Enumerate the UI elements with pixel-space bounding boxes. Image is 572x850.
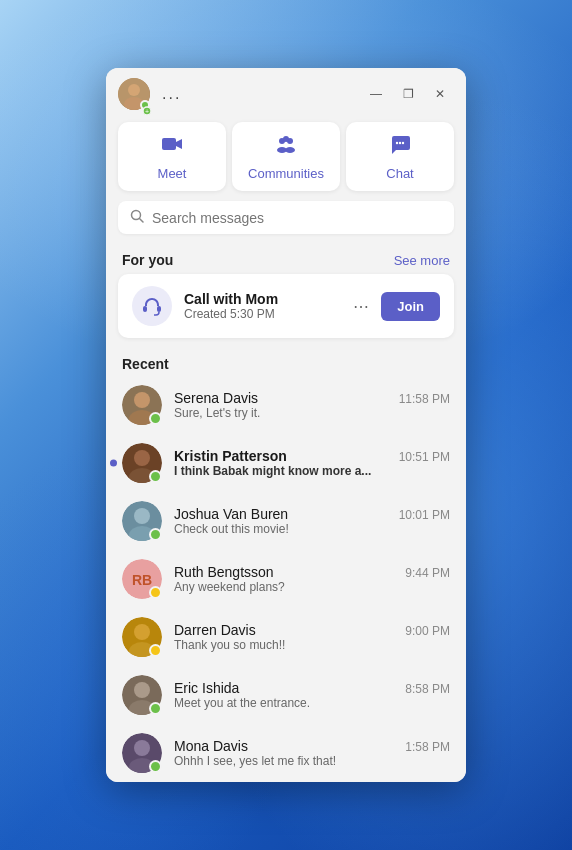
call-actions: ⋯ Join <box>349 292 440 321</box>
avatar-status-badge <box>149 760 162 773</box>
svg-point-36 <box>134 740 150 756</box>
tab-chat[interactable]: Chat <box>346 122 454 191</box>
chat-time: 9:44 PM <box>405 566 450 580</box>
tab-meet[interactable]: Meet <box>118 122 226 191</box>
chat-avatar <box>122 675 162 715</box>
chat-preview: Any weekend plans? <box>174 580 450 594</box>
tab-chat-label: Chat <box>386 166 413 181</box>
chat-preview: Check out this movie! <box>174 522 450 536</box>
title-bar-left: + ... <box>118 78 185 110</box>
chat-preview: Sure, Let's try it. <box>174 406 450 420</box>
chat-content: Mona Davis 1:58 PM Ohhh I see, yes let m… <box>174 738 450 768</box>
tab-meet-label: Meet <box>158 166 187 181</box>
chat-name: Mona Davis <box>174 738 248 754</box>
svg-point-25 <box>134 508 150 524</box>
svg-point-30 <box>134 624 150 640</box>
chat-item[interactable]: Kristin Patterson 10:51 PM I think Babak… <box>106 434 466 492</box>
search-bar <box>118 201 454 234</box>
svg-rect-17 <box>157 306 161 312</box>
join-button[interactable]: Join <box>381 292 440 321</box>
chat-time: 10:51 PM <box>399 450 450 464</box>
svg-text:+: + <box>145 108 149 115</box>
close-button[interactable]: ✕ <box>426 80 454 108</box>
chat-time: 1:58 PM <box>405 740 450 754</box>
call-card[interactable]: Call with Mom Created 5:30 PM ⋯ Join <box>118 274 454 338</box>
user-status-indicator: + <box>140 100 150 110</box>
svg-point-33 <box>134 682 150 698</box>
chat-name: Joshua Van Buren <box>174 506 288 522</box>
content-area: For you See more Call with Mom Created 5… <box>106 244 466 782</box>
chat-avatar: RB <box>122 559 162 599</box>
svg-point-1 <box>128 84 140 96</box>
chat-avatar <box>122 443 162 483</box>
tab-communities-label: Communities <box>248 166 324 181</box>
chat-preview: I think Babak might know more a... <box>174 464 450 478</box>
svg-point-12 <box>399 142 401 144</box>
chat-avatar <box>122 617 162 657</box>
svg-point-13 <box>402 142 404 144</box>
chat-preview: Meet you at the entrance. <box>174 696 450 710</box>
chat-icon <box>388 132 412 161</box>
avatar-status-badge <box>149 644 162 657</box>
chat-item[interactable]: Joshua Van Buren 10:01 PM Check out this… <box>106 492 466 550</box>
chat-time: 9:00 PM <box>405 624 450 638</box>
avatar-status-badge <box>149 528 162 541</box>
call-title: Call with Mom <box>184 291 337 307</box>
chat-item[interactable]: Eric Ishida 8:58 PM Meet you at the entr… <box>106 666 466 724</box>
chat-preview: Ohhh I see, yes let me fix that! <box>174 754 450 768</box>
minimize-button[interactable]: — <box>362 80 390 108</box>
chat-content: Darren Davis 9:00 PM Thank you so much!! <box>174 622 450 652</box>
svg-text:RB: RB <box>132 572 152 588</box>
chat-content: Serena Davis 11:58 PM Sure, Let's try it… <box>174 390 450 420</box>
maximize-button[interactable]: ❐ <box>394 80 422 108</box>
chat-item[interactable]: Darren Davis 9:00 PM Thank you so much!! <box>106 608 466 666</box>
avatar-status-badge <box>149 412 162 425</box>
title-bar: + ... — ❐ ✕ <box>106 68 466 118</box>
chat-list: Serena Davis 11:58 PM Sure, Let's try it… <box>106 376 466 782</box>
chat-name-row: Serena Davis 11:58 PM <box>174 390 450 406</box>
chat-name: Eric Ishida <box>174 680 239 696</box>
chat-item[interactable]: RB Ruth Bengtsson 9:44 PM Any weekend pl… <box>106 550 466 608</box>
chat-time: 11:58 PM <box>399 392 450 406</box>
chat-name-row: Mona Davis 1:58 PM <box>174 738 450 754</box>
call-more-button[interactable]: ⋯ <box>349 295 373 318</box>
chat-item[interactable]: Mona Davis 1:58 PM Ohhh I see, yes let m… <box>106 724 466 782</box>
for-you-title: For you <box>122 252 173 268</box>
svg-point-22 <box>134 450 150 466</box>
chat-time: 8:58 PM <box>405 682 450 696</box>
chat-content: Kristin Patterson 10:51 PM I think Babak… <box>174 448 450 478</box>
call-subtitle: Created 5:30 PM <box>184 307 337 321</box>
svg-rect-5 <box>162 138 176 150</box>
avatar-status-badge <box>149 702 162 715</box>
tab-communities[interactable]: Communities <box>232 122 340 191</box>
teams-window: + ... — ❐ ✕ Meet <box>106 68 466 782</box>
chat-name: Darren Davis <box>174 622 256 638</box>
chat-name-row: Ruth Bengtsson 9:44 PM <box>174 564 450 580</box>
svg-line-15 <box>140 219 144 223</box>
chat-content: Joshua Van Buren 10:01 PM Check out this… <box>174 506 450 536</box>
more-options-button[interactable]: ... <box>158 81 185 107</box>
communities-icon <box>274 132 298 161</box>
chat-avatar <box>122 385 162 425</box>
call-icon-wrap <box>132 286 172 326</box>
search-input[interactable] <box>152 210 442 226</box>
chat-name-row: Joshua Van Buren 10:01 PM <box>174 506 450 522</box>
chat-name-row: Eric Ishida 8:58 PM <box>174 680 450 696</box>
chat-preview: Thank you so much!! <box>174 638 450 652</box>
call-info: Call with Mom Created 5:30 PM <box>184 291 337 321</box>
chat-name: Kristin Patterson <box>174 448 287 464</box>
search-icon <box>130 209 144 226</box>
see-more-button[interactable]: See more <box>394 253 450 268</box>
chat-avatar <box>122 501 162 541</box>
chat-content: Eric Ishida 8:58 PM Meet you at the entr… <box>174 680 450 710</box>
chat-item[interactable]: Serena Davis 11:58 PM Sure, Let's try it… <box>106 376 466 434</box>
for-you-header: For you See more <box>106 244 466 274</box>
chat-content: Ruth Bengtsson 9:44 PM Any weekend plans… <box>174 564 450 594</box>
svg-point-10 <box>285 147 295 153</box>
chat-name-row: Darren Davis 9:00 PM <box>174 622 450 638</box>
svg-point-8 <box>283 136 289 142</box>
nav-tabs: Meet Communities <box>106 118 466 201</box>
user-avatar-container: + <box>118 78 150 110</box>
avatar-status-badge <box>149 470 162 483</box>
svg-point-19 <box>134 392 150 408</box>
